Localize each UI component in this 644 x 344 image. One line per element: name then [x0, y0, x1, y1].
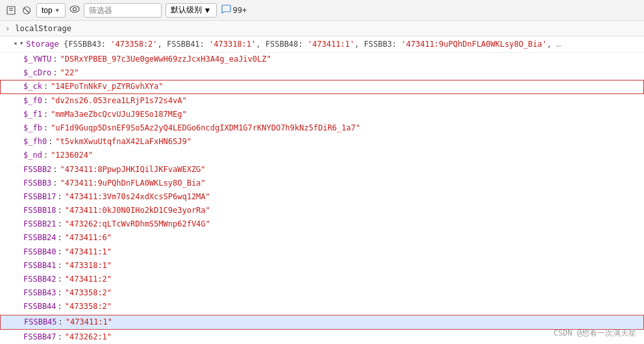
row-key: FSSBB24: [23, 232, 56, 244]
row-key: FSSBB40: [23, 246, 56, 258]
row-value: "473262:qLTcWvRDhmS5MWnp62fV4G": [65, 218, 210, 230]
table-row[interactable]: $_nd: "1236024": [0, 149, 644, 162]
row-value: "uF1d9Guqp5DsnEF9So5Az2yQ4LEDGo6ncdgIXDM…: [51, 122, 360, 134]
top-label: top: [42, 6, 53, 15]
table-row[interactable]: $_cDro: "22": [0, 66, 644, 80]
table-row[interactable]: FSSBB21: "473262:qLTcWvRDhmS5MWnp62fV4G": [0, 217, 644, 231]
row-key: $_YWTU: [23, 53, 51, 66]
storage-header-text: Storage {FSSBB43: '473358:2', FSSBB41: '…: [26, 38, 641, 50]
storage-section: ◂ ▾ Storage {FSSBB43: '473358:2', FSSBB4…: [0, 36, 644, 344]
row-key: $_fh0: [23, 136, 47, 148]
table-row[interactable]: FSSBB2: "473411:8PpwpJHKIQilJKFvaWEXZG": [0, 163, 644, 177]
row-key: FSSBB45: [24, 316, 57, 328]
table-row[interactable]: FSSBB42: "473411:2": [0, 273, 644, 286]
row-value: "22": [60, 67, 79, 79]
row-key: FSSBB42: [23, 273, 56, 286]
row-key: FSSBB2: [23, 164, 51, 176]
row-key: FSSBB18: [23, 204, 56, 217]
row-value: "473411:1": [65, 246, 112, 258]
row-value: "dv2ns26.053rea1LRjP1s72s4vA": [51, 95, 187, 107]
table-row[interactable]: FSSBB47: "473262:1": [0, 330, 644, 344]
row-value: "473358:2": [65, 287, 112, 299]
toolbar: top ▼ 默认级别 ▼ 99+: [0, 0, 644, 21]
eye-icon[interactable]: [69, 5, 80, 15]
table-row[interactable]: FSSBB40: "473411:1": [0, 245, 644, 259]
row-value: "473262:1": [65, 331, 112, 343]
row-value: "14EPoTnNkFv_pZYRGvhXYa": [51, 80, 163, 93]
table-row[interactable]: FSSBB24: "473411:6": [0, 231, 644, 245]
row-value: "473411:3Vm70s24xdXcsSP6wq12MA": [65, 191, 210, 203]
filter-input[interactable]: [84, 3, 162, 18]
row-value: "t5vkmXwuUtqfnaX42LaFxHN6SJ9": [55, 136, 192, 148]
row-value: "473411:9uPQhDnFLA0WKLsy8O_Bia": [60, 177, 206, 190]
table-row[interactable]: FSSBB43: "473358:2": [0, 286, 644, 300]
row-key: FSSBB41: [23, 260, 56, 272]
localstorage-row[interactable]: › localStorage: [0, 21, 644, 36]
row-value: "DSRxYPBEB_97c3Ue0geWwH69zzJcxH3A4g_eaJi…: [60, 53, 271, 66]
table-row[interactable]: FSSBB3: "473411:9uPQhDnFLA0WKLsy8O_Bia": [0, 177, 644, 190]
data-rows-container: $_YWTU: "DSRxYPBEB_97c3Ue0geWwH69zzJcxH3…: [0, 53, 644, 344]
table-row[interactable]: $_fb: "uF1d9Guqp5DsnEF9So5Az2yQ4LEDGo6nc…: [0, 121, 644, 135]
svg-point-5: [70, 6, 79, 12]
row-key: $_fb: [23, 122, 42, 134]
row-value: "473411:6": [65, 232, 112, 244]
table-row[interactable]: FSSBB18: "473411:0kJ0N0IHo2kD1C9e3yorRa": [0, 204, 644, 217]
level-arrow: ▼: [204, 6, 212, 15]
row-key: $_f0: [23, 95, 42, 107]
row-value: "473411:8PpwpJHKIQilJKFvaWEXZG": [60, 164, 206, 176]
table-row[interactable]: FSSBB17: "473411:3Vm70s24xdXcsSP6wq12MA": [0, 190, 644, 204]
storage-header[interactable]: ◂ ▾ Storage {FSSBB43: '473358:2', FSSBB4…: [0, 36, 644, 53]
row-key: FSSBB17: [23, 191, 56, 203]
chat-icon: [221, 5, 231, 16]
row-key: FSSBB44: [23, 301, 56, 313]
row-key: FSSBB21: [23, 218, 56, 230]
table-row[interactable]: FSSBB44: "473358:2": [0, 300, 644, 313]
table-row[interactable]: $_YWTU: "DSRxYPBEB_97c3Ue0geWwH69zzJcxH3…: [0, 53, 644, 66]
table-row[interactable]: FSSBB45: "473411:1": [0, 315, 644, 330]
row-key: $_f1: [23, 108, 42, 121]
row-key: $_nd: [23, 149, 42, 162]
table-row[interactable]: $_f1: "mmMa3aeZbcQcvUJuJ9ESo187MEg": [0, 108, 644, 121]
table-row[interactable]: $_ck: "14EPoTnNkFv_pZYRGvhXYa": [0, 80, 644, 93]
notification-badge[interactable]: 99+: [221, 5, 247, 16]
top-arrow: ▼: [55, 7, 60, 14]
row-key: $_ck: [23, 80, 42, 93]
row-value: "473411:1": [66, 316, 112, 328]
svg-point-6: [73, 8, 76, 11]
localstorage-arrow: ›: [5, 24, 10, 33]
row-value: "mmMa3aeZbcQcvUJuJ9ESo187MEg": [51, 108, 187, 121]
row-key: $_cDro: [23, 67, 51, 79]
table-row[interactable]: FSSBB41: "473318:1": [0, 259, 644, 273]
notif-count: 99+: [233, 6, 247, 15]
row-key: FSSBB43: [23, 287, 56, 299]
table-row[interactable]: $_fh0: "t5vkmXwuUtqfnaX42LaFxHN6SJ9": [0, 135, 644, 149]
row-value: "1236024": [51, 149, 93, 162]
back-icon[interactable]: [5, 5, 17, 16]
level-button[interactable]: 默认级别 ▼: [166, 3, 217, 18]
row-value: "473411:2": [65, 273, 112, 286]
row-key: FSSBB3: [23, 177, 51, 190]
level-label: 默认级别: [171, 5, 202, 16]
block-icon[interactable]: [21, 5, 32, 16]
storage-collapse-arrow: ◂: [13, 39, 18, 47]
row-value: "473318:1": [65, 260, 112, 272]
table-row[interactable]: $_f0: "dv2ns26.053rea1LRjP1s72s4vA": [0, 94, 644, 108]
top-button[interactable]: top ▼: [36, 3, 66, 18]
row-value: "473358:2": [65, 301, 112, 313]
svg-line-4: [24, 8, 29, 13]
row-value: "473411:0kJ0N0IHo2kD1C9e3yorRa": [65, 204, 210, 217]
row-key: FSSBB47: [23, 331, 56, 343]
localstorage-label: localStorage: [15, 24, 71, 33]
watermark: CSDN @想看一次满天星: [554, 328, 636, 339]
storage-expand-arrow: ▾: [19, 39, 24, 47]
